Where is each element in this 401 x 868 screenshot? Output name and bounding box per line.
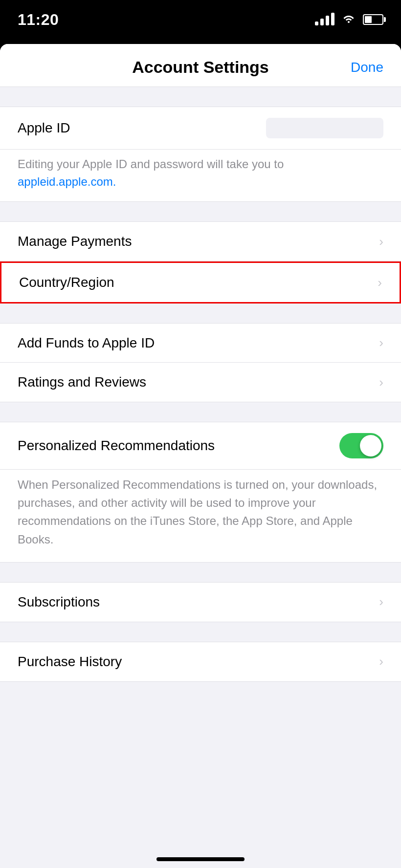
section-gap-4	[0, 402, 401, 422]
apple-id-section: Apple ID Editing your Apple ID and passw…	[0, 107, 401, 202]
status-bar: 11:20	[0, 0, 401, 39]
content-card: Account Settings Done Apple ID Editing y…	[0, 44, 401, 868]
purchase-history-chevron: ›	[379, 654, 383, 669]
personalized-rec-label: Personalized Recommendations	[18, 438, 215, 454]
apple-id-row[interactable]: Apple ID	[0, 107, 401, 150]
section-gap-1	[0, 87, 401, 107]
status-time: 11:20	[18, 11, 59, 29]
manage-payments-row[interactable]: Manage Payments ›	[0, 222, 401, 261]
signal-icon	[315, 14, 334, 25]
personalized-rec-toggle[interactable]	[339, 433, 383, 458]
add-funds-label: Add Funds to Apple ID	[18, 335, 155, 351]
personalized-rec-section: Personalized Recommendations When Person…	[0, 422, 401, 563]
section-gap-5	[0, 563, 401, 582]
subscriptions-label: Subscriptions	[18, 594, 100, 610]
purchase-history-row[interactable]: Purchase History ›	[0, 642, 401, 681]
page-title: Account Settings	[57, 58, 344, 77]
country-region-chevron: ›	[378, 275, 382, 290]
section-gap-2	[0, 202, 401, 221]
funds-ratings-section: Add Funds to Apple ID › Ratings and Revi…	[0, 323, 401, 402]
nav-header: Account Settings Done	[0, 44, 401, 87]
done-button[interactable]: Done	[344, 60, 383, 75]
purchase-history-label: Purchase History	[18, 654, 122, 670]
ratings-reviews-row[interactable]: Ratings and Reviews ›	[0, 363, 401, 402]
subscriptions-section: Subscriptions ›	[0, 582, 401, 622]
section-gap-6	[0, 622, 401, 642]
apple-id-link[interactable]: appleid.apple.com.	[18, 175, 116, 188]
country-region-label: Country/Region	[19, 275, 114, 290]
payments-section: Manage Payments ›	[0, 221, 401, 261]
battery-icon	[363, 14, 383, 25]
bottom-padding	[0, 682, 401, 731]
purchase-history-section: Purchase History ›	[0, 642, 401, 682]
apple-id-value-field	[266, 118, 383, 138]
apple-id-description: Editing your Apple ID and password will …	[0, 150, 401, 201]
personalized-rec-row: Personalized Recommendations	[0, 422, 401, 470]
home-indicator	[156, 857, 245, 861]
subscriptions-row[interactable]: Subscriptions ›	[0, 583, 401, 622]
apple-id-label: Apple ID	[18, 120, 70, 136]
country-region-row[interactable]: Country/Region ›	[1, 263, 400, 302]
manage-payments-chevron: ›	[379, 234, 383, 249]
section-gap-3	[0, 304, 401, 323]
personalized-rec-description: When Personalized Recommendations is tur…	[0, 470, 401, 562]
subscriptions-chevron: ›	[379, 594, 383, 609]
add-funds-row[interactable]: Add Funds to Apple ID ›	[0, 324, 401, 363]
add-funds-chevron: ›	[379, 335, 383, 350]
ratings-reviews-chevron: ›	[379, 375, 383, 390]
country-region-section: Country/Region ›	[0, 261, 401, 304]
manage-payments-label: Manage Payments	[18, 234, 132, 249]
wifi-icon	[341, 12, 356, 27]
status-icons	[315, 12, 383, 27]
ratings-reviews-label: Ratings and Reviews	[18, 374, 146, 390]
